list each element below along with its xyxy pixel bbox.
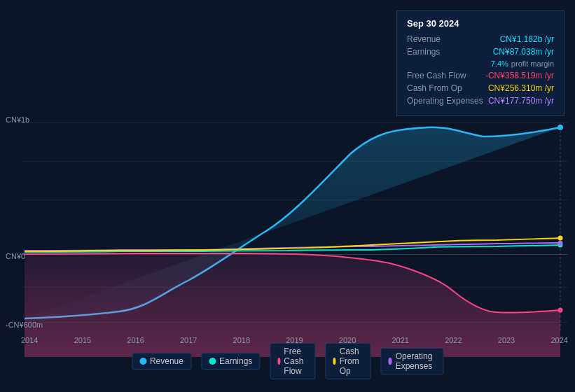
legend-revenue-label: Revenue: [150, 356, 183, 366]
data-tooltip: Sep 30 2024 Revenue CN¥1.182b /yr Earnin…: [396, 10, 564, 116]
tooltip-cashop-value: CN¥256.310m /yr: [488, 83, 554, 93]
tooltip-fcf-row: Free Cash Flow -CN¥358.519m /yr: [407, 71, 554, 80]
tooltip-fcf-value: -CN¥358.519m /yr: [485, 71, 554, 80]
tooltip-fcf-label: Free Cash Flow: [407, 71, 484, 80]
chart-legend: Revenue Earnings Free Cash Flow Cash Fro…: [132, 343, 443, 379]
legend-cashop-dot: [333, 358, 335, 365]
legend-cashop[interactable]: Cash From Op: [325, 343, 370, 379]
opex-point: [558, 241, 563, 246]
tooltip-opex-value: CN¥177.750m /yr: [488, 96, 554, 106]
tooltip-profit-margin-row: 7.4% profit margin: [407, 59, 554, 68]
legend-revenue-dot: [139, 358, 146, 365]
legend-opex-label: Operating Expenses: [396, 351, 436, 371]
tooltip-profit-margin-text: profit margin: [511, 59, 554, 68]
tooltip-opex-label: Operating Expenses: [407, 96, 484, 106]
legend-cashop-label: Cash From Op: [340, 346, 363, 376]
tooltip-earnings-row: Earnings CN¥87.038m /yr: [407, 47, 554, 57]
tooltip-date: Sep 30 2024: [407, 18, 554, 29]
tooltip-opex-row: Operating Expenses CN¥177.750m /yr: [407, 96, 554, 106]
tooltip-revenue-value: CN¥1.182b /yr: [500, 34, 554, 44]
y-axis-bot-label: -CN¥600m: [6, 321, 43, 329]
tooltip-revenue-label: Revenue: [407, 34, 484, 44]
tooltip-earnings-label: Earnings: [407, 47, 484, 57]
cashop-point: [558, 236, 563, 241]
legend-earnings-label: Earnings: [219, 356, 252, 366]
legend-opex-dot: [388, 358, 392, 365]
legend-opex[interactable]: Operating Expenses: [380, 348, 443, 374]
revenue-point: [557, 125, 563, 130]
legend-fcf-label: Free Cash Flow: [284, 346, 307, 376]
legend-fcf[interactable]: Free Cash Flow: [270, 343, 315, 379]
tooltip-revenue-row: Revenue CN¥1.182b /yr: [407, 34, 554, 44]
tooltip-profit-margin-value: 7.4%: [491, 59, 508, 68]
legend-revenue[interactable]: Revenue: [132, 353, 191, 370]
tooltip-cashop-label: Cash From Op: [407, 83, 484, 93]
tooltip-earnings-value: CN¥87.038m /yr: [493, 47, 554, 57]
legend-earnings-dot: [209, 358, 216, 365]
tooltip-cashop-row: Cash From Op CN¥256.310m /yr: [407, 83, 554, 93]
legend-earnings[interactable]: Earnings: [201, 353, 260, 370]
legend-fcf-dot: [277, 358, 280, 365]
y-axis-mid-label: CN¥0: [6, 252, 25, 260]
fcf-point: [558, 308, 563, 313]
y-axis-top-label: CN¥1b: [6, 115, 29, 124]
